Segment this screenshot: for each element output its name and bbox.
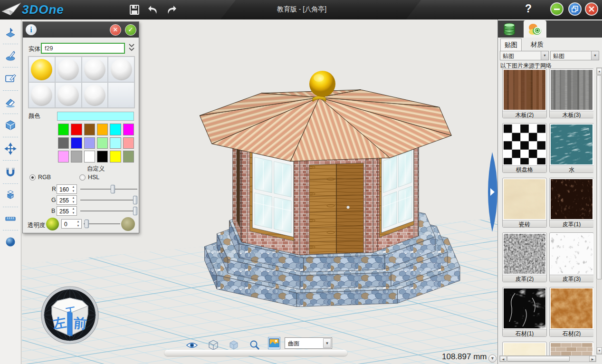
r-slider[interactable] xyxy=(80,184,137,194)
palette-swatch[interactable] xyxy=(110,151,121,163)
tab-material-library[interactable] xyxy=(524,20,546,38)
palette-swatch[interactable] xyxy=(123,137,134,149)
opacity-slider[interactable] xyxy=(84,219,120,229)
toolbar-sketch-icon[interactable] xyxy=(2,48,19,63)
texture-card-leather-white[interactable]: 皮革(3) xyxy=(549,232,593,282)
close-button[interactable] xyxy=(585,2,598,16)
save-button[interactable] xyxy=(127,3,142,17)
palette-swatch[interactable] xyxy=(110,137,121,149)
palette-swatch[interactable] xyxy=(123,124,134,135)
color-preview-bar[interactable] xyxy=(57,112,134,121)
r-spinner-arrows[interactable]: ▲▼ xyxy=(71,185,76,193)
horizontal-scrollbar[interactable]: ◀ ▶ xyxy=(499,355,596,362)
material-swatch[interactable] xyxy=(55,57,82,82)
b-spinner-arrows[interactable]: ▲▼ xyxy=(71,207,76,215)
texture-card-water[interactable]: 水 xyxy=(549,123,593,173)
navcube-top-label[interactable]: 上 xyxy=(65,305,76,316)
palette-swatch[interactable] xyxy=(123,151,134,163)
toolbar-solids-icon[interactable] xyxy=(2,25,19,40)
custom-color-label[interactable]: 自定义 xyxy=(87,165,105,173)
material-swatch[interactable] xyxy=(82,57,108,82)
toolbar-measure-icon[interactable] xyxy=(2,211,19,226)
texture-card-stone-brown[interactable]: 石材(2) xyxy=(549,287,593,337)
texture-card-leather-dark[interactable]: 皮革(1) xyxy=(549,178,593,228)
r-spinner[interactable]: 160▲▼ xyxy=(57,184,77,194)
palette-swatch[interactable] xyxy=(84,124,95,135)
palette-swatch[interactable] xyxy=(71,151,82,163)
scroll-left-icon[interactable]: ◀ xyxy=(500,356,506,362)
confirm-icon[interactable]: ✓ xyxy=(125,24,136,36)
dropdown-arrow-icon[interactable]: ▼ xyxy=(323,338,331,348)
palette-swatch[interactable] xyxy=(97,137,108,149)
scroll-right-icon[interactable]: ▶ xyxy=(589,356,596,362)
palette-swatch[interactable] xyxy=(97,151,108,163)
help-button[interactable]: ? xyxy=(522,2,535,17)
texture-card-marble-black[interactable]: 石材(1) xyxy=(502,287,547,337)
app-logo[interactable]: 3DOne xyxy=(1,1,82,19)
restore-button[interactable] xyxy=(568,2,582,16)
navcube-front-label[interactable]: 前 xyxy=(73,316,87,331)
redo-button[interactable] xyxy=(164,3,178,17)
vertical-scrollbar[interactable]: ▲ ▼ xyxy=(596,67,602,354)
palette-swatch[interactable] xyxy=(84,151,95,163)
palette-swatch[interactable] xyxy=(71,124,82,135)
undo-button[interactable] xyxy=(146,3,161,17)
texture-card-wood-brown[interactable]: 木板(2) xyxy=(502,68,547,118)
toolbar-feature-icon[interactable] xyxy=(2,118,19,133)
material-swatch[interactable] xyxy=(29,82,55,108)
entity-input[interactable] xyxy=(41,43,125,54)
palette-swatch[interactable] xyxy=(84,137,95,149)
hscroll-thumb[interactable] xyxy=(507,356,570,362)
opacity-spinner-arrows[interactable]: ▲▼ xyxy=(76,220,81,228)
hsl-radio[interactable] xyxy=(79,174,86,181)
minimize-button[interactable] xyxy=(550,2,564,16)
texture-card-marble-light[interactable] xyxy=(502,342,547,355)
cancel-icon[interactable]: ✕ xyxy=(110,24,121,36)
palette-swatch[interactable] xyxy=(58,151,69,163)
panel-header[interactable]: i ✕ ✓ xyxy=(23,22,139,38)
toolbar-render-icon[interactable] xyxy=(2,234,19,249)
palette-swatch[interactable] xyxy=(71,137,82,149)
tab-model-library[interactable] xyxy=(498,20,521,38)
vscroll-thumb[interactable] xyxy=(597,75,602,279)
opacity-slider-handle[interactable] xyxy=(85,220,89,228)
material-swatch[interactable] xyxy=(108,57,134,82)
toolbar-edit-sketch-icon[interactable] xyxy=(2,71,19,86)
background-image-button[interactable] xyxy=(268,337,280,349)
g-slider[interactable] xyxy=(80,195,137,205)
palette-swatch[interactable] xyxy=(97,124,108,135)
measurement-dropdown-icon[interactable]: ▼ xyxy=(488,354,497,363)
material-swatch[interactable] xyxy=(82,82,108,108)
texture-card-brick[interactable] xyxy=(549,342,593,355)
b-slider-handle[interactable] xyxy=(133,207,137,215)
material-swatch[interactable] xyxy=(55,82,82,108)
b-spinner[interactable]: 255▲▼ xyxy=(57,206,77,216)
navigation-cube[interactable]: 左 前 上 xyxy=(38,284,103,348)
info-icon[interactable]: i xyxy=(26,24,37,35)
bottom-dock-bar[interactable] xyxy=(164,350,347,356)
palette-swatch[interactable] xyxy=(110,124,121,135)
toolbar-constraint-icon[interactable] xyxy=(2,164,19,180)
material-swatch-empty[interactable] xyxy=(108,82,134,108)
texture-card-wood-gray[interactable]: 木板(3) xyxy=(549,68,593,118)
display-mode-dropdown[interactable]: 曲面 ▼ xyxy=(285,337,332,349)
material-swatch-gold[interactable] xyxy=(29,57,55,82)
category-dropdown-2[interactable]: 贴图 ▼ xyxy=(550,51,599,60)
navcube-left-label[interactable]: 左 xyxy=(51,315,67,332)
category-dropdown-1[interactable]: 贴图 ▼ xyxy=(500,51,549,60)
opacity-spinner[interactable]: 0▲▼ xyxy=(61,219,82,229)
toolbar-assembly-icon[interactable] xyxy=(2,188,19,203)
palette-swatch[interactable] xyxy=(58,137,69,149)
subtab-materials[interactable]: 材质 xyxy=(526,39,548,51)
r-slider-handle[interactable] xyxy=(111,185,115,193)
dropdown-arrow-icon[interactable]: ▼ xyxy=(541,51,548,60)
palette-swatch[interactable] xyxy=(58,124,69,135)
b-slider[interactable] xyxy=(80,206,137,216)
toolbar-eraser-icon[interactable] xyxy=(2,95,19,110)
g-slider-handle[interactable] xyxy=(133,196,137,204)
subtab-textures[interactable]: 贴图 xyxy=(500,38,522,51)
panel-flyout-handle[interactable] xyxy=(487,152,497,232)
scroll-down-icon[interactable]: ▼ xyxy=(597,347,602,354)
texture-card-marble-cream[interactable]: 瓷砖 xyxy=(502,178,547,228)
scroll-up-icon[interactable]: ▲ xyxy=(597,68,602,75)
